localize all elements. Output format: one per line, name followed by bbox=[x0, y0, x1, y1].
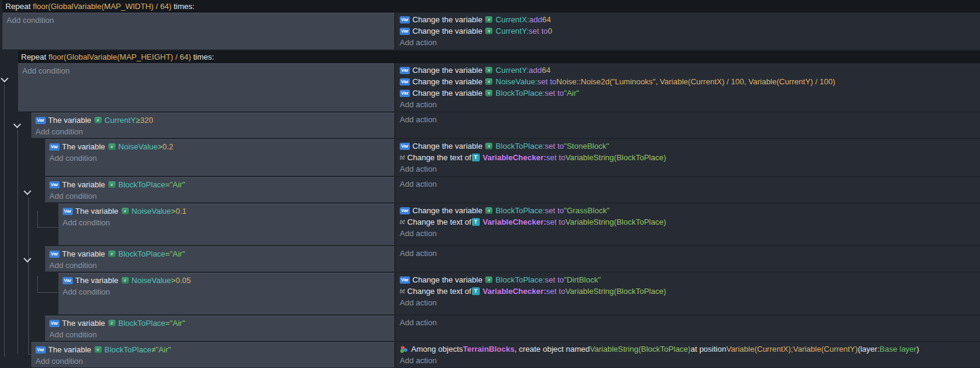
event-body: VarThe variable xCurrentY ≥ 320Add condi… bbox=[31, 113, 980, 138]
add-condition[interactable]: Add condition bbox=[45, 190, 394, 202]
actions-area[interactable]: Among objects TerrainBlocks, create obje… bbox=[394, 342, 980, 367]
action-row[interactable]: VarChange the variable xCurrentX: add 64 bbox=[395, 14, 980, 25]
event-body: VarThe variable xBlockToPlace ≠ "Air"Add… bbox=[31, 342, 980, 367]
add-action[interactable]: Add action bbox=[395, 99, 980, 110]
fold-chevron[interactable] bbox=[23, 255, 31, 263]
action-row[interactable]: txtChange the text of TVariableChecker: … bbox=[395, 216, 980, 228]
add-action[interactable]: Add action bbox=[395, 297, 980, 308]
event-repeat-map-width[interactable]: Repeat floor(GlobalVariable(MAP_WIDTH) /… bbox=[2, 0, 980, 49]
text-segment: VariableString(BlockToPlace) bbox=[590, 343, 690, 355]
conditions-area[interactable]: VarThe variable xBlockToPlace = "Air"Add… bbox=[45, 177, 394, 202]
condition-row[interactable]: VarThe variable xNoiseValue > 0.2 bbox=[45, 141, 394, 152]
text-segment: set to bbox=[545, 274, 564, 285]
add-action[interactable]: Add action bbox=[395, 228, 980, 239]
text-segment: BlockToPlace bbox=[119, 317, 166, 329]
action-row[interactable]: Among objects TerrainBlocks, create obje… bbox=[395, 343, 980, 355]
condition-row[interactable]: VarThe variable xNoiseValue > 0.05 bbox=[58, 275, 394, 286]
fold-chevron[interactable] bbox=[13, 120, 21, 128]
conditions-area[interactable]: VarThe variable xBlockToPlace ≠ "Air"Add… bbox=[31, 342, 394, 367]
text-segment: Change the variable bbox=[412, 64, 482, 76]
event-body: VarThe variable xBlockToPlace = "Air"Add… bbox=[45, 177, 980, 202]
actions-area[interactable]: VarChange the variable xBlockToPlace: se… bbox=[394, 204, 980, 245]
conditions-area[interactable]: Add condition bbox=[18, 63, 394, 111]
action-row[interactable]: VarChange the variable xNoiseValue: set … bbox=[395, 76, 980, 87]
event-if-blocktoplace-eq-air-3[interactable]: VarThe variable xBlockToPlace = "Air"Add… bbox=[45, 316, 980, 341]
condition-row[interactable]: VarThe variable xCurrentY ≥ 320 bbox=[31, 114, 394, 126]
actions-area[interactable]: Add action bbox=[394, 316, 980, 341]
text-segment: Change the variable bbox=[412, 274, 482, 285]
add-condition[interactable]: Add condition bbox=[58, 286, 394, 298]
repeat-event-header[interactable]: Repeat floor(GlobalVariable(MAP_HEIGHT) … bbox=[18, 51, 980, 63]
fold-chevron[interactable] bbox=[1, 75, 8, 83]
add-condition[interactable]: Add condition bbox=[31, 355, 394, 367]
action-row[interactable]: VarChange the variable xBlockToPlace: se… bbox=[395, 205, 980, 216]
action-row[interactable]: VarChange the variable xCurrentY: add 64 bbox=[395, 64, 980, 76]
add-condition[interactable]: Add condition bbox=[18, 65, 394, 76]
variable-condition-icon: Var bbox=[400, 67, 410, 74]
add-action[interactable]: Add action bbox=[395, 37, 980, 48]
text-segment: 0.05 bbox=[176, 275, 191, 286]
actions-area[interactable]: VarChange the variable xBlockToPlace: se… bbox=[394, 139, 980, 176]
variable-glyph-icon: x bbox=[485, 207, 492, 214]
event-if-blocktoplace-eq-air-1[interactable]: VarThe variable xBlockToPlace = "Air"Add… bbox=[45, 177, 980, 202]
actions-area[interactable]: Add action bbox=[394, 177, 980, 202]
conditions-area[interactable]: VarThe variable xNoiseValue > 0.05Add co… bbox=[58, 273, 394, 314]
text-segment: > bbox=[171, 275, 176, 286]
add-action[interactable]: Add action bbox=[395, 163, 980, 175]
actions-area[interactable]: VarChange the variable xCurrentY: add 64… bbox=[394, 63, 980, 111]
text-segment: "Air" bbox=[564, 87, 579, 99]
event-if-currenty-gte-320[interactable]: VarThe variable xCurrentY ≥ 320Add condi… bbox=[31, 113, 980, 138]
event-if-blocktoplace-eq-air-2[interactable]: VarThe variable xBlockToPlace = "Air"Add… bbox=[45, 246, 980, 272]
text-segment: set to bbox=[545, 205, 564, 216]
text-segment: floor(GlobalVariable(MAP_WIDTH) / 64) bbox=[33, 2, 172, 11]
add-condition[interactable]: Add condition bbox=[45, 260, 394, 271]
variable-glyph-icon: x bbox=[108, 181, 116, 188]
conditions-area[interactable]: VarThe variable xCurrentY ≥ 320Add condi… bbox=[31, 113, 394, 138]
add-action[interactable]: Add action bbox=[395, 317, 980, 328]
text-segment: Change the text of bbox=[408, 216, 471, 228]
event-if-blocktoplace-neq-air[interactable]: VarThe variable xBlockToPlace ≠ "Air"Add… bbox=[31, 342, 980, 367]
action-row[interactable]: txtChange the text of TVariableChecker: … bbox=[395, 285, 980, 297]
add-condition[interactable]: Add condition bbox=[45, 329, 394, 340]
add-condition[interactable]: Add condition bbox=[58, 217, 394, 228]
variable-condition-icon: Var bbox=[63, 277, 73, 284]
event-if-noisevalue-gt-0-2[interactable]: VarThe variable xNoiseValue > 0.2Add con… bbox=[45, 139, 980, 176]
event-sheet[interactable]: Repeat floor(GlobalVariable(MAP_WIDTH) /… bbox=[0, 0, 980, 368]
condition-row[interactable]: VarThe variable xBlockToPlace = "Air" bbox=[45, 179, 394, 190]
action-row[interactable]: VarChange the variable xBlockToPlace: se… bbox=[395, 87, 980, 99]
action-row[interactable]: VarChange the variable xCurrentY: set to… bbox=[395, 25, 980, 37]
conditions-area[interactable]: VarThe variable xNoiseValue > 0.2Add con… bbox=[45, 139, 394, 176]
variable-condition-icon: Var bbox=[400, 28, 410, 35]
conditions-area[interactable]: VarThe variable xBlockToPlace = "Air"Add… bbox=[45, 316, 394, 341]
conditions-area[interactable]: Add condition bbox=[2, 13, 394, 49]
actions-area[interactable]: VarChange the variable xBlockToPlace: se… bbox=[394, 273, 980, 314]
event-repeat-map-height[interactable]: Repeat floor(GlobalVariable(MAP_HEIGHT) … bbox=[18, 51, 980, 111]
condition-row[interactable]: VarThe variable xNoiseValue > 0.1 bbox=[58, 205, 394, 217]
actions-area[interactable]: VarChange the variable xCurrentX: add 64… bbox=[394, 13, 980, 49]
actions-area[interactable]: Add action bbox=[394, 246, 980, 272]
add-action[interactable]: Add action bbox=[395, 178, 980, 190]
add-condition[interactable]: Add condition bbox=[2, 14, 394, 26]
add-action[interactable]: Add action bbox=[395, 355, 980, 366]
action-row[interactable]: txtChange the text of TVariableChecker: … bbox=[395, 152, 980, 163]
repeat-event-header[interactable]: Repeat floor(GlobalVariable(MAP_WIDTH) /… bbox=[2, 0, 980, 13]
add-action[interactable]: Add action bbox=[395, 248, 980, 259]
actions-area[interactable]: Add action bbox=[394, 113, 980, 138]
conditions-area[interactable]: VarThe variable xBlockToPlace = "Air"Add… bbox=[45, 246, 394, 272]
add-condition[interactable]: Add condition bbox=[45, 152, 394, 164]
text-segment: add bbox=[529, 64, 542, 76]
condition-row[interactable]: VarThe variable xBlockToPlace = "Air" bbox=[45, 248, 394, 260]
add-action[interactable]: Add action bbox=[395, 114, 980, 125]
variable-condition-icon: Var bbox=[36, 346, 46, 354]
event-if-noisevalue-gt-0-05[interactable]: VarThe variable xNoiseValue > 0.05Add co… bbox=[58, 273, 980, 314]
action-row[interactable]: VarChange the variable xBlockToPlace: se… bbox=[395, 274, 980, 285]
condition-row[interactable]: VarThe variable xBlockToPlace = "Air" bbox=[45, 317, 394, 329]
text-segment: Repeat bbox=[5, 2, 33, 11]
action-row[interactable]: VarChange the variable xBlockToPlace: se… bbox=[395, 140, 980, 152]
fold-chevron[interactable] bbox=[23, 187, 31, 195]
event-if-noisevalue-gt-0-1[interactable]: VarThe variable xNoiseValue > 0.1Add con… bbox=[58, 204, 980, 245]
add-condition[interactable]: Add condition bbox=[31, 126, 394, 137]
conditions-area[interactable]: VarThe variable xNoiseValue > 0.1Add con… bbox=[58, 204, 394, 245]
text-segment: BlockToPlace: bbox=[495, 205, 545, 216]
condition-row[interactable]: VarThe variable xBlockToPlace ≠ "Air" bbox=[31, 344, 394, 355]
